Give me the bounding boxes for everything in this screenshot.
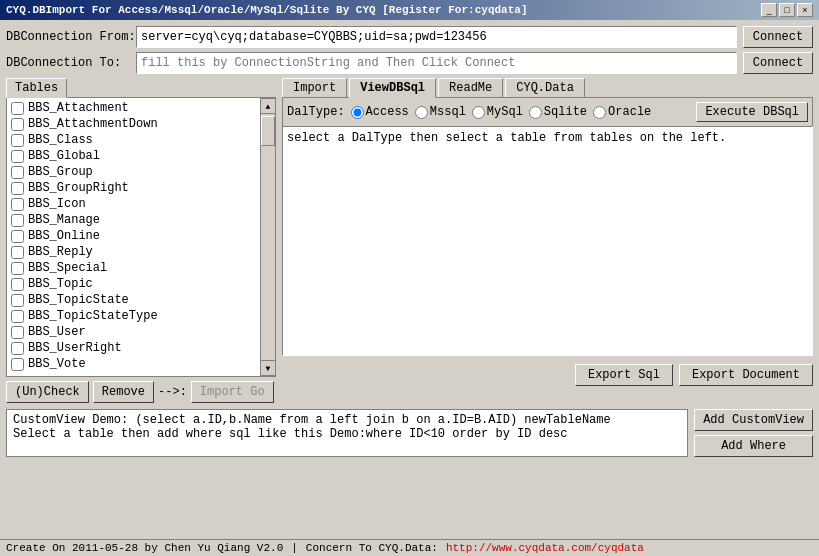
remove-button[interactable]: Remove [93, 381, 154, 403]
import-go-button[interactable]: Import Go [191, 381, 274, 403]
status-link[interactable]: http://www.cyqdata.com/cyqdata [446, 542, 644, 554]
middle-section: Tables BBS_AttachmentBBS_AttachmentDownB… [6, 78, 813, 403]
conn-to-row: DBConnection To: Connect [6, 52, 813, 74]
tables-tab[interactable]: Tables [6, 78, 67, 98]
list-item[interactable]: BBS_Global [9, 148, 258, 164]
sql-textarea[interactable] [282, 126, 813, 356]
conn-from-label: DBConnection From: [6, 30, 136, 44]
list-item[interactable]: BBS_UserRight [9, 340, 258, 356]
export-document-button[interactable]: Export Document [679, 364, 813, 386]
right-panel: Import ViewDBSql ReadMe CYQ.Data DalType… [282, 78, 813, 403]
tables-panel: Tables BBS_AttachmentBBS_AttachmentDownB… [6, 78, 276, 403]
daltype-label: DalType: [287, 105, 345, 119]
list-item[interactable]: BBS_Reply [9, 244, 258, 260]
custom-view-buttons: Add CustomView Add Where [694, 409, 813, 457]
execute-dbsql-button[interactable]: Execute DBSql [696, 102, 808, 122]
radio-mysql[interactable]: MySql [472, 105, 523, 119]
minimize-button[interactable]: _ [761, 3, 777, 17]
tables-list[interactable]: BBS_AttachmentBBS_AttachmentDownBBS_Clas… [6, 97, 260, 377]
list-item[interactable]: BBS_TopicState [9, 292, 258, 308]
scroll-thumb[interactable] [261, 116, 275, 146]
add-where-button[interactable]: Add Where [694, 435, 813, 457]
radio-sqlite[interactable]: Sqlite [529, 105, 587, 119]
list-item[interactable]: BBS_Attachment [9, 100, 258, 116]
list-item[interactable]: BBS_User [9, 324, 258, 340]
list-item[interactable]: BBS_Manage [9, 212, 258, 228]
status-bar: Create On 2011-05-28 by Chen Yu Qiang V2… [0, 539, 819, 556]
status-left-text: Create On 2011-05-28 by Chen Yu Qiang V2… [6, 542, 283, 554]
list-item[interactable]: BBS_AttachmentDown [9, 116, 258, 132]
list-item[interactable]: BBS_Special [9, 260, 258, 276]
tab-viewdbsql[interactable]: ViewDBSql [349, 78, 436, 98]
main-content: DBConnection From: Connect DBConnection … [0, 20, 819, 463]
arrow-label: -->: [158, 385, 187, 399]
tables-bottom-buttons: (Un)Check Remove -->: Import Go [6, 381, 276, 403]
list-item[interactable]: BBS_TopicStateType [9, 308, 258, 324]
list-item[interactable]: BBS_Class [9, 132, 258, 148]
connect-from-button[interactable]: Connect [743, 26, 813, 48]
bottom-section: CustomView Demo: (select a.ID,b.Name fro… [6, 409, 813, 457]
list-item[interactable]: BBS_Vote [9, 356, 258, 372]
tab-cyqdata[interactable]: CYQ.Data [505, 78, 585, 97]
daltype-row: DalType: Access Mssql MySql Sqlite Oracl… [282, 98, 813, 126]
tabs-row: Import ViewDBSql ReadMe CYQ.Data [282, 78, 813, 98]
scroll-down-arrow[interactable]: ▼ [260, 360, 276, 376]
title-text: CYQ.DBImport For Access/Mssql/Oracle/MyS… [6, 4, 528, 16]
list-item[interactable]: BBS_GroupRight [9, 180, 258, 196]
scroll-track: ▲ ▼ [260, 97, 276, 377]
tab-import[interactable]: Import [282, 78, 347, 97]
scroll-up-arrow[interactable]: ▲ [260, 98, 276, 114]
add-custom-view-button[interactable]: Add CustomView [694, 409, 813, 431]
export-sql-button[interactable]: Export Sql [575, 364, 673, 386]
list-item[interactable]: BBS_Icon [9, 196, 258, 212]
title-bar: CYQ.DBImport For Access/Mssql/Oracle/MyS… [0, 0, 819, 20]
conn-to-label: DBConnection To: [6, 56, 136, 70]
status-separator: | [291, 542, 298, 554]
radio-oracle[interactable]: Oracle [593, 105, 651, 119]
list-item[interactable]: BBS_Topic [9, 276, 258, 292]
conn-to-input[interactable] [136, 52, 737, 74]
list-scroll-wrapper: BBS_AttachmentBBS_AttachmentDownBBS_Clas… [6, 97, 276, 377]
maximize-button[interactable]: □ [779, 3, 795, 17]
custom-view-line2: Select a table then add where sql like t… [13, 427, 681, 441]
radio-access[interactable]: Access [351, 105, 409, 119]
tab-readme[interactable]: ReadMe [438, 78, 503, 97]
radio-mssql[interactable]: Mssql [415, 105, 466, 119]
custom-view-line1: CustomView Demo: (select a.ID,b.Name fro… [13, 413, 681, 427]
close-button[interactable]: × [797, 3, 813, 17]
status-middle-text: Concern To CYQ.Data: [306, 542, 438, 554]
custom-view-text: CustomView Demo: (select a.ID,b.Name fro… [6, 409, 688, 457]
connect-to-button[interactable]: Connect [743, 52, 813, 74]
list-item[interactable]: BBS_Online [9, 228, 258, 244]
export-buttons: Export Sql Export Document [282, 364, 813, 386]
uncheck-button[interactable]: (Un)Check [6, 381, 89, 403]
list-item[interactable]: BBS_Group [9, 164, 258, 180]
conn-from-input[interactable] [136, 26, 737, 48]
conn-from-row: DBConnection From: Connect [6, 26, 813, 48]
title-bar-buttons: _ □ × [761, 3, 813, 17]
